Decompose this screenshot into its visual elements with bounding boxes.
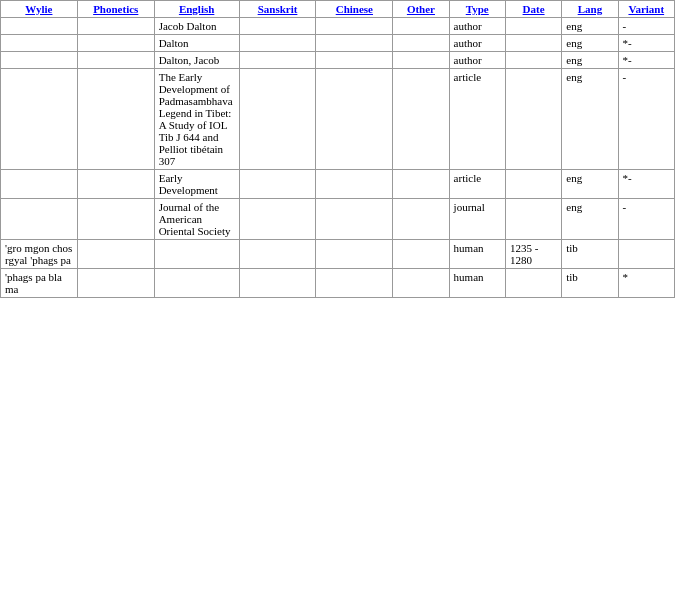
col-header-sanskrit[interactable]: Sanskrit bbox=[239, 1, 316, 18]
cell-lang: eng bbox=[562, 199, 618, 240]
cell-wylie bbox=[1, 199, 78, 240]
cell-phonetics bbox=[77, 240, 154, 269]
cell-english: Jacob Dalton bbox=[154, 18, 239, 35]
cell-sanskrit bbox=[239, 269, 316, 298]
cell-lang: tib bbox=[562, 240, 618, 269]
col-header-variant[interactable]: Variant bbox=[618, 1, 674, 18]
col-header-other[interactable]: Other bbox=[393, 1, 449, 18]
cell-chinese bbox=[316, 18, 393, 35]
col-header-lang[interactable]: Lang bbox=[562, 1, 618, 18]
table-row: Early Developmentarticleeng*- bbox=[1, 170, 675, 199]
cell-other bbox=[393, 240, 449, 269]
cell-variant bbox=[618, 240, 674, 269]
cell-other bbox=[393, 269, 449, 298]
col-header-phonetics[interactable]: Phonetics bbox=[77, 1, 154, 18]
cell-phonetics bbox=[77, 269, 154, 298]
table-row: Jacob Daltonauthoreng- bbox=[1, 18, 675, 35]
cell-english bbox=[154, 269, 239, 298]
cell-date bbox=[505, 269, 561, 298]
cell-english: The Early Development of Padmasambhava L… bbox=[154, 69, 239, 170]
cell-sanskrit bbox=[239, 170, 316, 199]
col-header-type[interactable]: Type bbox=[449, 1, 505, 18]
cell-type: journal bbox=[449, 199, 505, 240]
cell-other bbox=[393, 170, 449, 199]
cell-chinese bbox=[316, 69, 393, 170]
cell-chinese bbox=[316, 35, 393, 52]
cell-other bbox=[393, 199, 449, 240]
cell-date: 1235 - 1280 bbox=[505, 240, 561, 269]
cell-date bbox=[505, 170, 561, 199]
col-header-wylie[interactable]: Wylie bbox=[1, 1, 78, 18]
cell-wylie bbox=[1, 35, 78, 52]
table-row: The Early Development of Padmasambhava L… bbox=[1, 69, 675, 170]
cell-wylie bbox=[1, 18, 78, 35]
cell-lang: eng bbox=[562, 170, 618, 199]
cell-wylie: 'phags pa bla ma bbox=[1, 269, 78, 298]
cell-lang: eng bbox=[562, 18, 618, 35]
cell-english: Dalton, Jacob bbox=[154, 52, 239, 69]
table-row: Daltonauthoreng*- bbox=[1, 35, 675, 52]
cell-lang: eng bbox=[562, 69, 618, 170]
cell-variant: - bbox=[618, 199, 674, 240]
cell-wylie: 'gro mgon chos rgyal 'phags pa bbox=[1, 240, 78, 269]
cell-phonetics bbox=[77, 69, 154, 170]
main-table: Wylie Phonetics English Sanskrit Chinese… bbox=[0, 0, 675, 298]
col-header-english[interactable]: English bbox=[154, 1, 239, 18]
table-row: 'phags pa bla mahumantib* bbox=[1, 269, 675, 298]
cell-wylie bbox=[1, 69, 78, 170]
cell-date bbox=[505, 52, 561, 69]
cell-english: Early Development bbox=[154, 170, 239, 199]
col-header-chinese[interactable]: Chinese bbox=[316, 1, 393, 18]
cell-phonetics bbox=[77, 18, 154, 35]
table-row: 'gro mgon chos rgyal 'phags pahuman1235 … bbox=[1, 240, 675, 269]
table-row: Journal of the American Oriental Society… bbox=[1, 199, 675, 240]
cell-variant: *- bbox=[618, 35, 674, 52]
cell-other bbox=[393, 35, 449, 52]
table-body: Jacob Daltonauthoreng-Daltonauthoreng*-D… bbox=[1, 18, 675, 298]
cell-phonetics bbox=[77, 170, 154, 199]
cell-variant: *- bbox=[618, 52, 674, 69]
cell-variant: - bbox=[618, 18, 674, 35]
cell-english bbox=[154, 240, 239, 269]
cell-type: author bbox=[449, 52, 505, 69]
cell-variant: *- bbox=[618, 170, 674, 199]
cell-chinese bbox=[316, 199, 393, 240]
cell-variant: * bbox=[618, 269, 674, 298]
cell-date bbox=[505, 18, 561, 35]
cell-english: Dalton bbox=[154, 35, 239, 52]
cell-date bbox=[505, 35, 561, 52]
cell-wylie bbox=[1, 170, 78, 199]
cell-sanskrit bbox=[239, 18, 316, 35]
cell-sanskrit bbox=[239, 35, 316, 52]
cell-other bbox=[393, 69, 449, 170]
cell-phonetics bbox=[77, 52, 154, 69]
cell-other bbox=[393, 18, 449, 35]
cell-date bbox=[505, 69, 561, 170]
cell-chinese bbox=[316, 170, 393, 199]
cell-chinese bbox=[316, 240, 393, 269]
cell-type: author bbox=[449, 35, 505, 52]
cell-type: human bbox=[449, 240, 505, 269]
cell-type: article bbox=[449, 170, 505, 199]
cell-type: author bbox=[449, 18, 505, 35]
header-row: Wylie Phonetics English Sanskrit Chinese… bbox=[1, 1, 675, 18]
cell-sanskrit bbox=[239, 199, 316, 240]
cell-lang: tib bbox=[562, 269, 618, 298]
cell-sanskrit bbox=[239, 52, 316, 69]
cell-sanskrit bbox=[239, 69, 316, 170]
cell-wylie bbox=[1, 52, 78, 69]
cell-lang: eng bbox=[562, 52, 618, 69]
cell-chinese bbox=[316, 269, 393, 298]
cell-lang: eng bbox=[562, 35, 618, 52]
cell-chinese bbox=[316, 52, 393, 69]
cell-phonetics bbox=[77, 35, 154, 52]
col-header-date[interactable]: Date bbox=[505, 1, 561, 18]
cell-phonetics bbox=[77, 199, 154, 240]
cell-sanskrit bbox=[239, 240, 316, 269]
cell-type: human bbox=[449, 269, 505, 298]
cell-date bbox=[505, 199, 561, 240]
cell-type: article bbox=[449, 69, 505, 170]
cell-variant: - bbox=[618, 69, 674, 170]
cell-english: Journal of the American Oriental Society bbox=[154, 199, 239, 240]
table-row: Dalton, Jacobauthoreng*- bbox=[1, 52, 675, 69]
